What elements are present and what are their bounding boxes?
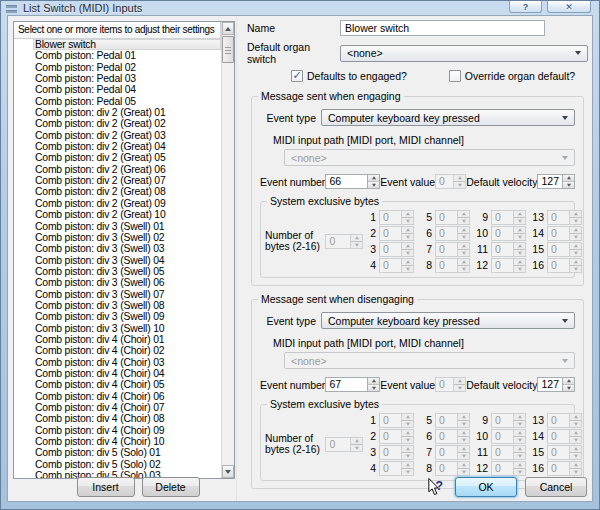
default-velocity-spinner[interactable]: 127 xyxy=(537,377,575,392)
spinner-arrows xyxy=(401,414,413,427)
list-item[interactable]: Comb piston: div 3 (Swell) 04 xyxy=(14,255,221,266)
list-item[interactable]: Comb piston: div 4 (Choir) 07 xyxy=(14,402,221,413)
list-item[interactable]: Comb piston: div 4 (Choir) 04 xyxy=(14,368,221,379)
list-item[interactable]: Comb piston: div 3 (Swell) 07 xyxy=(14,289,221,300)
ok-button[interactable]: OK xyxy=(455,477,517,497)
sysex-byte-number: 1 xyxy=(363,211,376,223)
sysex-byte-spinner: 0 xyxy=(379,258,414,273)
list-header[interactable]: Select one or more items to adjust their… xyxy=(14,22,221,39)
list-item[interactable]: Comb piston: div 3 (Swell) 09 xyxy=(14,311,221,322)
sysex-byte-cell: 3 0 xyxy=(363,242,414,256)
name-label: Name xyxy=(247,22,340,34)
close-icon[interactable]: ✕ xyxy=(547,1,591,13)
sysex-title: System exclusive bytes xyxy=(267,195,382,207)
spin-down-icon xyxy=(402,250,413,256)
spin-down-icon xyxy=(458,234,469,240)
sysex-byte-number: 13 xyxy=(531,211,544,223)
spin-down-icon xyxy=(570,469,581,475)
event-type-select[interactable]: Computer keyboard key pressed xyxy=(321,312,575,329)
spin-down-icon xyxy=(351,445,362,451)
chevron-down-icon xyxy=(562,359,568,363)
event-type-select[interactable]: Computer keyboard key pressed xyxy=(321,109,575,126)
list-item[interactable]: Comb piston: div 3 (Swell) 02 xyxy=(14,232,221,243)
spin-down-icon xyxy=(570,250,581,256)
default-velocity-spinner[interactable]: 127 xyxy=(537,174,575,189)
sysex-byte-number: 15 xyxy=(531,243,544,255)
list-item[interactable]: Comb piston: div 2 (Great) 06 xyxy=(14,164,221,175)
list-item[interactable]: Comb piston: div 2 (Great) 09 xyxy=(14,198,221,209)
scrollbar-thumb[interactable] xyxy=(222,36,234,63)
list-item[interactable]: Comb piston: div 4 (Choir) 06 xyxy=(14,391,221,402)
list-item[interactable]: Comb piston: div 2 (Great) 04 xyxy=(14,141,221,152)
cancel-button[interactable]: Cancel xyxy=(525,477,587,497)
list-item[interactable]: Comb piston: Pedal 04 xyxy=(14,84,221,95)
list-item[interactable]: Comb piston: div 5 (Solo) 02 xyxy=(14,459,221,470)
default-organ-switch-select[interactable]: <none> xyxy=(340,45,588,62)
defaults-to-engaged-checkbox[interactable]: ✓ xyxy=(291,70,303,82)
list-item[interactable]: Comb piston: div 3 (Swell) 08 xyxy=(14,300,221,311)
spinner-arrows[interactable] xyxy=(562,175,574,188)
list-item[interactable]: Comb piston: div 3 (Swell) 01 xyxy=(14,221,221,232)
sysex-byte-number: 6 xyxy=(419,227,432,239)
list-item[interactable]: Comb piston: div 3 (Swell) 05 xyxy=(14,266,221,277)
list-item[interactable]: Comb piston: div 4 (Choir) 01 xyxy=(14,334,221,345)
spin-down-icon xyxy=(570,266,581,272)
sysex-byte-cell: 4 0 xyxy=(363,461,414,475)
list-item[interactable]: Comb piston: div 4 (Choir) 03 xyxy=(14,357,221,368)
list-item[interactable]: Comb piston: div 2 (Great) 05 xyxy=(14,152,221,163)
sysex-byte-spinner: 0 xyxy=(435,445,470,460)
sysex-byte-number: 5 xyxy=(419,414,432,426)
number-of-bytes-spinner: 0 xyxy=(325,234,363,249)
list-item[interactable]: Comb piston: div 2 (Great) 02 xyxy=(14,118,221,129)
sysex-byte-cell: 13 0 xyxy=(531,413,582,427)
title-bar[interactable]: List Switch (MIDI) Inputs ? ✕ xyxy=(1,1,599,15)
sysex-byte-spinner: 0 xyxy=(435,210,470,225)
list-scrollbar[interactable] xyxy=(221,22,234,478)
list-item[interactable]: Comb piston: div 4 (Choir) 10 xyxy=(14,436,221,447)
chevron-down-icon xyxy=(562,319,568,323)
list-item[interactable]: Comb piston: Pedal 05 xyxy=(14,96,221,107)
spin-up-icon xyxy=(402,414,413,421)
list-item[interactable]: Comb piston: div 3 (Swell) 03 xyxy=(14,243,221,254)
list-item[interactable]: Comb piston: Pedal 03 xyxy=(14,73,221,84)
list-item[interactable]: Comb piston: div 2 (Great) 08 xyxy=(14,186,221,197)
list-item[interactable]: Comb piston: div 4 (Choir) 08 xyxy=(14,413,221,424)
sysex-byte-cell: 5 0 xyxy=(419,413,470,427)
list-item[interactable]: Comb piston: div 2 (Great) 07 xyxy=(14,175,221,186)
spinner-arrows[interactable] xyxy=(367,378,379,391)
sysex-byte-spinner: 0 xyxy=(491,258,526,273)
list-item[interactable]: Comb piston: div 2 (Great) 10 xyxy=(14,209,221,220)
list-item[interactable]: Comb piston: div 2 (Great) 03 xyxy=(14,130,221,141)
list-item[interactable]: Comb piston: Pedal 01 xyxy=(14,50,221,61)
title-buttons: ? ✕ xyxy=(509,1,591,13)
spinner-arrows xyxy=(569,462,581,475)
list-item[interactable]: Comb piston: div 5 (Solo) 01 xyxy=(14,447,221,458)
event-number-spinner[interactable]: 66 xyxy=(325,174,380,189)
override-organ-default-checkbox[interactable]: ✓ xyxy=(449,70,461,82)
delete-button[interactable]: Delete xyxy=(142,477,200,497)
arrow-down-icon xyxy=(225,470,231,474)
sysex-byte-number: 13 xyxy=(531,414,544,426)
list-item[interactable]: Comb piston: div 2 (Great) 01 xyxy=(14,107,221,118)
event-number-spinner[interactable]: 67 xyxy=(325,377,380,392)
sysex-byte-number: 8 xyxy=(419,259,432,271)
list-item[interactable]: Comb piston: div 3 (Swell) 10 xyxy=(14,323,221,334)
spin-up-icon xyxy=(514,446,525,453)
insert-button[interactable]: Insert xyxy=(77,477,135,497)
spinner-arrows[interactable] xyxy=(367,175,379,188)
list-item[interactable]: Comb piston: div 4 (Choir) 02 xyxy=(14,345,221,356)
list-item[interactable]: Blower switch xyxy=(33,39,221,50)
spinner-arrows xyxy=(569,211,581,224)
list-item[interactable]: Comb piston: Pedal 02 xyxy=(14,62,221,73)
list-item[interactable]: Comb piston: div 4 (Choir) 09 xyxy=(14,425,221,436)
spin-up-icon xyxy=(402,446,413,453)
help-icon[interactable]: ? xyxy=(509,1,542,13)
sysex-byte-cell: 4 0 xyxy=(363,258,414,272)
spinner-arrows xyxy=(513,243,525,256)
scroll-up-button[interactable] xyxy=(222,22,234,35)
spinner-arrows[interactable] xyxy=(562,378,574,391)
list-item[interactable]: Comb piston: div 4 (Choir) 05 xyxy=(14,379,221,390)
list-item[interactable]: Comb piston: div 3 (Swell) 06 xyxy=(14,277,221,288)
spinner-arrows xyxy=(457,211,469,224)
name-input[interactable]: Blower switch xyxy=(340,20,545,36)
